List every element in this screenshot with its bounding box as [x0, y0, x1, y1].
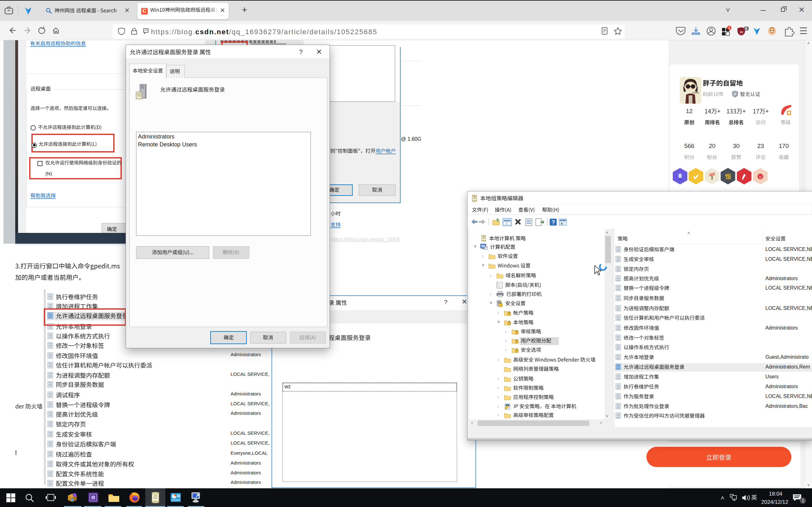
svg-text:1: 1	[802, 498, 804, 503]
svg-text:<::: <::	[497, 283, 500, 285]
svg-text:::>: ::>	[497, 285, 500, 288]
svg-text:1: 1	[728, 26, 730, 30]
svg-text:?: ?	[552, 219, 555, 226]
svg-text:Hello: Hello	[693, 91, 699, 94]
svg-text:w: w	[740, 30, 744, 34]
svg-text:V: V	[734, 92, 736, 96]
svg-text:9: 9	[745, 26, 747, 31]
